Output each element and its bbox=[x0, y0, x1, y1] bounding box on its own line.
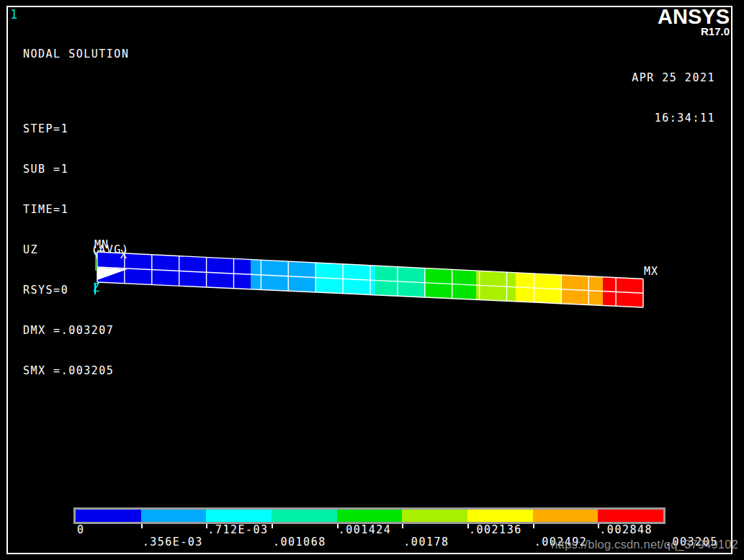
legend-segment bbox=[76, 510, 141, 522]
legend-segment bbox=[402, 510, 467, 522]
legend-segment bbox=[337, 510, 403, 522]
legend-segment bbox=[598, 510, 663, 522]
legend-colorbar bbox=[73, 507, 665, 524]
legend-segment bbox=[206, 510, 272, 522]
max-node-label: MX bbox=[644, 265, 658, 278]
ansys-graphics-window[interactable]: 1 NODAL SOLUTION STEP=1 SUB =1 TIME=1 UZ… bbox=[0, 0, 744, 560]
triad-x-label: X bbox=[120, 248, 127, 261]
legend-segment bbox=[141, 510, 207, 522]
triad-y-label: Y bbox=[93, 248, 100, 261]
legend-segment bbox=[533, 510, 599, 522]
legend-segment bbox=[272, 510, 337, 522]
beam-contour-plot[interactable] bbox=[0, 0, 744, 560]
legend-segment bbox=[467, 510, 533, 522]
beam-mesh-grid bbox=[97, 252, 643, 307]
triad-z-label: Z bbox=[93, 281, 100, 294]
watermark: https://blog.csdn.net/qq_37949102 bbox=[551, 538, 738, 551]
